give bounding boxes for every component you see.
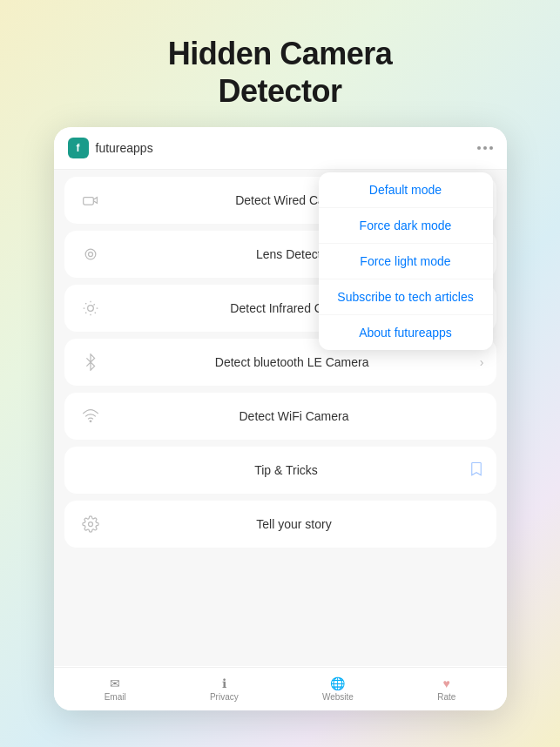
svg-point-5	[88, 522, 92, 527]
footer-website[interactable]: 🌐 Website	[322, 676, 354, 702]
dot1	[477, 146, 481, 150]
list-item-wifi-camera[interactable]: Detect WiFi Camera	[64, 393, 496, 440]
email-icon: ✉	[110, 676, 120, 690]
email-label: Email	[105, 692, 126, 702]
bluetooth-camera-label: Detect bluetooth LE Camera	[105, 355, 480, 369]
top-bar-left: f futureapps	[68, 138, 153, 158]
list-item-tips-tricks[interactable]: Tip & Tricks	[64, 447, 496, 494]
dropdown-menu: Default mode Force dark mode Force light…	[319, 172, 493, 350]
bluetooth-chevron-icon: ›	[480, 355, 484, 369]
menu-item-about[interactable]: About futureapps	[319, 315, 493, 350]
wifi-camera-label: Detect WiFi Camera	[105, 409, 484, 423]
menu-item-default-mode[interactable]: Default mode	[319, 172, 493, 208]
tips-bookmark-icon	[469, 461, 484, 480]
rate-label: Rate	[437, 692, 455, 702]
website-icon: 🌐	[330, 676, 345, 690]
bluetooth-icon	[77, 348, 105, 376]
title-line1: Hidden Camera	[168, 36, 393, 71]
svg-point-1	[85, 250, 96, 260]
dot2	[483, 146, 487, 150]
app-name-label: futureapps	[96, 141, 153, 155]
settings-icon	[77, 510, 105, 538]
privacy-label: Privacy	[210, 692, 239, 702]
svg-point-2	[88, 252, 92, 257]
footer-privacy[interactable]: ℹ Privacy	[210, 676, 239, 702]
lens-icon-placeholder	[77, 240, 105, 268]
website-label: Website	[322, 692, 354, 702]
page-title: Hidden Camera Detector	[168, 35, 393, 110]
menu-item-subscribe[interactable]: Subscribe to tech articles	[319, 279, 493, 315]
wired-camera-icon	[77, 186, 105, 214]
tell-story-label: Tell your story	[105, 517, 484, 531]
footer-email[interactable]: ✉ Email	[105, 676, 126, 702]
title-line2: Detector	[218, 73, 341, 109]
rate-icon: ♥	[443, 676, 450, 690]
menu-item-force-light[interactable]: Force light mode	[319, 244, 493, 279]
privacy-icon: ℹ	[222, 676, 226, 690]
footer-rate[interactable]: ♥ Rate	[437, 676, 455, 702]
svg-point-3	[87, 306, 93, 312]
top-bar: f futureapps Default mode Force dark mod…	[54, 127, 507, 170]
menu-item-force-dark[interactable]: Force dark mode	[319, 208, 493, 244]
svg-rect-0	[83, 198, 93, 205]
three-dots-button[interactable]: Default mode Force dark mode Force light…	[477, 146, 493, 150]
tips-tricks-label: Tip & Tricks	[105, 463, 469, 477]
device-frame: f futureapps Default mode Force dark mod…	[54, 127, 507, 710]
list-item-tell-story[interactable]: Tell your story	[64, 501, 496, 548]
wifi-icon	[77, 402, 105, 430]
app-icon: f	[68, 138, 89, 158]
footer: ✉ Email ℹ Privacy 🌐 Website ♥ Rate	[54, 667, 507, 710]
infrared-icon	[77, 294, 105, 322]
dot3	[489, 146, 493, 150]
svg-point-4	[90, 421, 91, 422]
